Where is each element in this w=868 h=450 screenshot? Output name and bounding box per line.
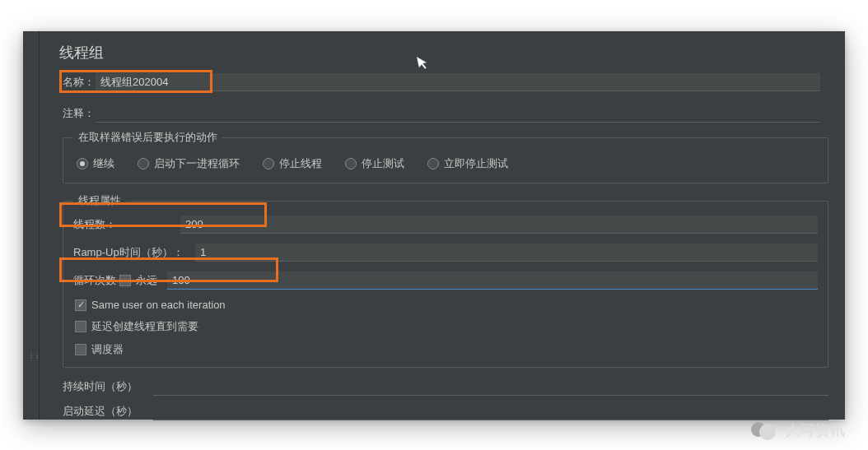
thread-props-fieldset: 线程属性 线程数： Ramp-Up时间（秒）： 循环次数 永远	[63, 193, 828, 368]
comment-label: 注释：	[63, 106, 96, 121]
same-user-label: Same user on each iteration	[91, 299, 226, 311]
wechat-icon	[751, 420, 779, 440]
radio-label: 停止测试	[362, 156, 404, 171]
thread-props-legend: 线程属性	[73, 193, 126, 208]
scheduler-label: 调度器	[91, 342, 124, 357]
error-action-fieldset: 在取样器错误后要执行的动作 继续 启动下一进程循环 停止线程 停止测试	[63, 130, 828, 183]
name-input[interactable]	[96, 73, 820, 91]
radio-stop-test-now[interactable]: 立即停止测试	[427, 156, 508, 171]
radio-icon	[77, 158, 88, 169]
radio-icon	[138, 158, 149, 169]
forever-label: 永远	[136, 273, 157, 288]
radio-stop-thread[interactable]: 停止线程	[263, 156, 322, 171]
comment-input[interactable]	[96, 104, 820, 123]
startup-delay-input[interactable]	[153, 402, 828, 420]
threads-label: 线程数：	[73, 217, 180, 232]
config-panel-window: ⋮⋮⋮⋮⋮⋮ 线程组 名称： 注释： 在取样器错误后要执行的动作 继续 启动下一…	[23, 31, 845, 420]
radio-stop-test[interactable]: 停止测试	[345, 156, 404, 171]
loop-count-input[interactable]	[167, 271, 818, 290]
brand-text: 人可资讯	[786, 420, 845, 440]
scheduler-checkbox[interactable]: 调度器	[75, 342, 124, 357]
radio-label: 立即停止测试	[444, 156, 508, 171]
checkbox-icon	[119, 275, 131, 286]
same-user-checkbox[interactable]: Same user on each iteration	[75, 299, 226, 311]
delay-create-checkbox[interactable]: 延迟创建线程直到需要	[75, 319, 198, 334]
rampup-label: Ramp-Up时间（秒）：	[73, 245, 195, 260]
threads-input[interactable]	[180, 216, 818, 234]
delay-create-label: 延迟创建线程直到需要	[91, 319, 198, 334]
radio-label: 停止线程	[279, 156, 322, 171]
startup-delay-label: 启动延迟（秒）	[63, 404, 153, 419]
loop-label: 循环次数	[73, 273, 119, 288]
rampup-input[interactable]	[195, 244, 818, 262]
radio-continue[interactable]: 继续	[77, 156, 114, 171]
radio-start-next[interactable]: 启动下一进程循环	[138, 156, 240, 171]
radio-icon	[427, 158, 439, 169]
left-gutter: ⋮⋮⋮⋮⋮⋮	[23, 31, 40, 420]
name-label: 名称：	[63, 75, 96, 90]
radio-label: 继续	[93, 156, 114, 171]
checkbox-icon	[75, 344, 86, 355]
error-action-legend: 在取样器错误后要执行的动作	[73, 130, 222, 145]
radio-icon	[263, 158, 274, 169]
radio-label: 启动下一进程循环	[154, 156, 240, 171]
duration-label: 持续时间（秒）	[63, 379, 153, 394]
brand-watermark: 人可资讯	[751, 420, 845, 440]
panel-title: 线程组	[59, 43, 828, 63]
radio-icon	[345, 158, 357, 169]
checkbox-icon	[75, 321, 86, 332]
duration-input[interactable]	[153, 378, 828, 396]
forever-checkbox[interactable]: 永远	[119, 273, 157, 288]
checkbox-icon	[75, 299, 86, 311]
